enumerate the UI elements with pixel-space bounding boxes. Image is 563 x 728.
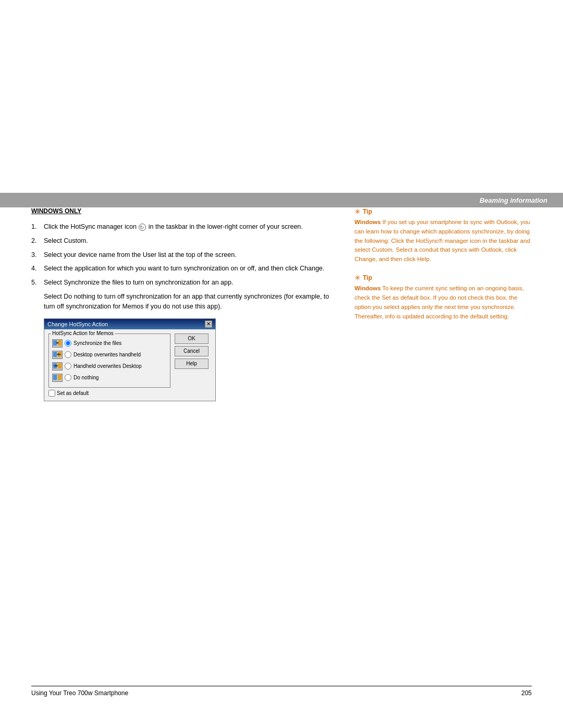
set-as-default-checkbox[interactable] [48, 390, 55, 397]
tip-section-1: ✳ Tip Windows If you set up your smartph… [354, 207, 532, 264]
step-content-4: Select the application for which you wan… [44, 264, 334, 274]
footer-left: Using Your Treo 700w Smartphone [31, 689, 128, 697]
checkbox-label: Set as default [57, 390, 89, 396]
step-num-5: 5. [31, 278, 44, 288]
dialog-titlebar: Change HotSync Action ✕ [44, 319, 215, 329]
step-num-2: 2. [31, 236, 44, 246]
step-5: 5. Select Synchronize the files to turn … [31, 278, 334, 288]
step-num-4: 4. [31, 264, 44, 274]
dialog-row-1: Synchronize the files [52, 339, 167, 348]
extra-paragraph: Select Do nothing to turn off synchroniz… [44, 292, 334, 312]
dialog-icon-2 [52, 351, 63, 359]
dialog-checkbox-row: Set as default [48, 390, 170, 397]
header-title: Beaming information [480, 196, 547, 204]
tip-header-2: ✳ Tip [354, 274, 532, 282]
tip-label-1: Tip [363, 208, 372, 215]
radio-handheld-overwrites[interactable] [65, 363, 71, 369]
tip-section-2: ✳ Tip Windows To keep the current sync s… [354, 274, 532, 321]
dialog-left-panel: HotSync Action for Memos [48, 334, 170, 397]
tip-body-2: Windows To keep the current sync setting… [354, 284, 532, 321]
step-2: 2. Select Custom. [31, 236, 334, 246]
dialog-group-legend: HotSync Action for Memos [51, 330, 115, 336]
radio-desktop-overwrites[interactable] [65, 351, 71, 358]
svg-rect-5 [53, 352, 57, 357]
footer-right: 205 [521, 689, 532, 697]
svg-rect-13 [53, 375, 57, 380]
dialog-icon-3 [52, 362, 63, 371]
left-column: WINDOWS ONLY 1. Click the HotSync manage… [31, 207, 334, 401]
tip-star-1: ✳ [354, 207, 361, 216]
step-1: 1. Click the HotSync manager icon in the… [31, 222, 334, 232]
tip-label-2: Tip [363, 274, 372, 281]
cancel-button[interactable]: Cancel [175, 346, 209, 356]
radio-do-nothing[interactable] [65, 374, 71, 381]
footer-line [31, 686, 532, 686]
tip-star-2: ✳ [354, 274, 361, 282]
dialog-title: Change HotSync Action [47, 321, 108, 327]
step-4: 4. Select the application for which you … [31, 264, 334, 274]
step-content-1: Click the HotSync manager icon in the ta… [44, 222, 334, 232]
svg-rect-0 [53, 340, 57, 346]
step-3: 3. Select your device name from the User… [31, 250, 334, 260]
svg-rect-1 [58, 340, 62, 346]
ok-button[interactable]: OK [175, 334, 209, 344]
dialog-icon-1 [52, 339, 63, 348]
step-content-3: Select your device name from the User li… [44, 250, 334, 260]
radio-label-nothing: Do nothing [74, 375, 99, 380]
dialog-group: HotSync Action for Memos [48, 334, 170, 388]
windows-only-label: WINDOWS ONLY [31, 207, 334, 215]
page-container: Beaming information WINDOWS ONLY 1. Clic… [0, 0, 563, 728]
svg-rect-10 [58, 363, 62, 368]
dialog-row-3: Handheld overwrites Desktop [52, 362, 167, 371]
hotsync-icon [139, 224, 146, 231]
header-bar: Beaming information [0, 193, 563, 207]
radio-synchronize[interactable] [65, 340, 71, 347]
main-content: WINDOWS ONLY 1. Click the HotSync manage… [31, 207, 532, 665]
svg-rect-14 [58, 375, 62, 380]
dialog-icon-4 [52, 374, 63, 382]
step-content-5: Select Synchronize the files to turn on … [44, 278, 334, 288]
step-num-3: 3. [31, 250, 44, 260]
radio-label-desktop: Desktop overwrites handheld [74, 352, 141, 357]
right-column: ✳ Tip Windows If you set up your smartph… [354, 207, 532, 330]
svg-marker-4 [57, 342, 58, 344]
footer-text: Using Your Treo 700w Smartphone 205 [31, 689, 532, 697]
radio-label-handheld: Handheld overwrites Desktop [74, 363, 142, 369]
dialog-box: Change HotSync Action ✕ HotSync Action f… [44, 318, 216, 401]
dialog-body: HotSync Action for Memos [44, 329, 215, 401]
radio-label-synchronize: Synchronize the files [74, 340, 121, 346]
steps-list: 1. Click the HotSync manager icon in the… [31, 222, 334, 288]
tip-bold-1: Windows [354, 219, 381, 225]
help-button[interactable]: Help [175, 359, 209, 369]
tip-bold-2: Windows [354, 285, 381, 291]
dialog-row-2: Desktop overwrites handheld [52, 351, 167, 359]
tip-header-1: ✳ Tip [354, 207, 532, 216]
dialog-buttons: OK Cancel Help [175, 334, 211, 397]
tip-body-1: Windows If you set up your smartphone to… [354, 218, 532, 264]
step-content-2: Select Custom. [44, 236, 334, 246]
step-num-1: 1. [31, 222, 44, 232]
tip-text-1: If you set up your smartphone to sync wi… [354, 219, 530, 262]
dialog-row-4: Do nothing [52, 374, 167, 382]
dialog-close-button[interactable]: ✕ [205, 320, 212, 328]
